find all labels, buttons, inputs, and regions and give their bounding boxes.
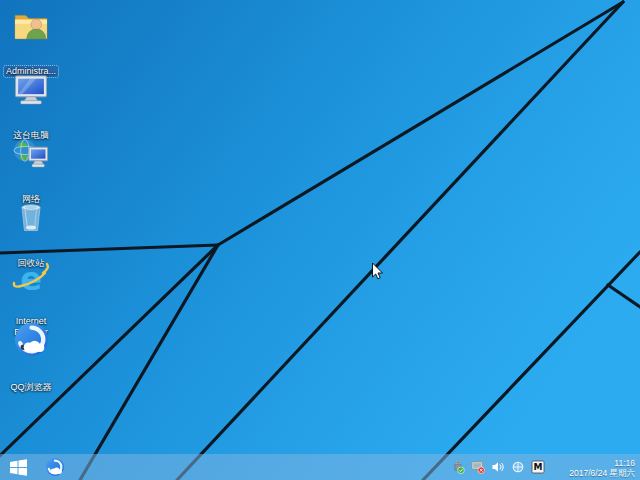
windows-logo-icon: [10, 459, 27, 476]
network-icon: [0, 132, 62, 170]
usb-safely-remove-icon[interactable]: [451, 460, 465, 474]
clock-date: 2017/6/24 星期六: [555, 468, 635, 478]
volume-icon[interactable]: [491, 460, 505, 474]
system-tray: M 11:16 2017/6/24 星期六: [451, 457, 640, 478]
clock-time: 11:16: [555, 458, 635, 468]
taskbar-qq-browser-button[interactable]: [40, 454, 70, 480]
wallpaper-beams-graphic: [0, 0, 640, 480]
desktop-icon-label: QQ浏览器: [8, 382, 53, 393]
ime-indicator[interactable]: M: [531, 460, 545, 474]
desktop-icon-this-pc[interactable]: 这台电脑: [0, 68, 62, 142]
desktop-icon-network[interactable]: 网络: [0, 132, 62, 206]
ime-mode-letter: M: [534, 462, 543, 472]
desktop-icon-administrator[interactable]: Administra...: [0, 4, 62, 78]
desktop-wallpaper: [0, 0, 640, 480]
desktop-icon-qq-browser[interactable]: QQ浏览器: [0, 320, 62, 394]
administrator-folder-icon: [0, 4, 62, 42]
globe-crosshair-icon[interactable]: [511, 460, 525, 474]
this-pc-icon: [0, 68, 62, 106]
start-button[interactable]: [2, 454, 34, 480]
recycle-bin-icon: [0, 196, 62, 234]
qq-browser-icon: [0, 320, 62, 358]
internet-explorer-icon: e: [0, 258, 62, 296]
taskbar-clock[interactable]: 11:16 2017/6/24 星期六: [555, 457, 635, 478]
qq-browser-taskbar-icon: [45, 457, 65, 477]
taskbar: M 11:16 2017/6/24 星期六: [0, 454, 640, 480]
network-disconnected-icon[interactable]: [471, 460, 485, 474]
